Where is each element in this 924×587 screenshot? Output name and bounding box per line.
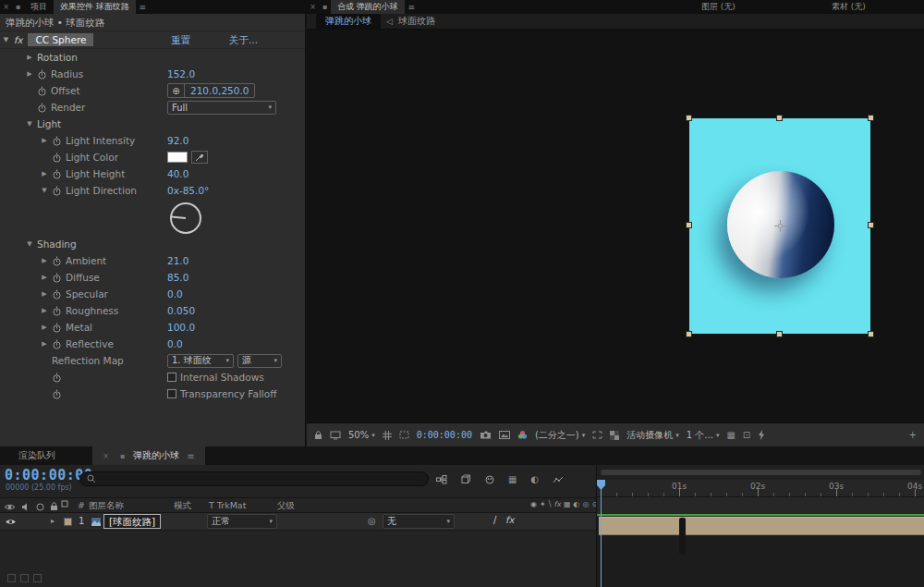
twirl-arrow-icon[interactable]: ▶: [39, 290, 50, 298]
layer-parent-select[interactable]: 无▾: [383, 514, 455, 529]
fast-preview-icon[interactable]: [758, 430, 765, 440]
frame-blend-icon[interactable]: ▦: [508, 475, 517, 484]
zoom-select[interactable]: 50%▾: [348, 430, 375, 440]
twirl-arrow-icon[interactable]: ▶: [39, 324, 50, 331]
panel-menu-icon[interactable]: ≡: [405, 0, 419, 14]
grid-guides-icon[interactable]: [383, 431, 392, 440]
fx-enable-icon[interactable]: fx: [14, 35, 22, 45]
anchor-point-icon[interactable]: [774, 220, 786, 232]
parent-pickwhip-icon[interactable]: ◎: [368, 516, 376, 526]
current-time-indicator-line[interactable]: [601, 480, 602, 587]
transparency-grid-icon[interactable]: [610, 431, 619, 440]
twirl-arrow-icon[interactable]: ▼: [24, 120, 35, 128]
twirl-arrow-icon[interactable]: ▼: [24, 240, 35, 248]
fx-header-icon[interactable]: fx: [553, 500, 561, 508]
light-direction-dial[interactable]: [0, 199, 305, 236]
stopwatch-icon[interactable]: [35, 69, 49, 79]
checkbox[interactable]: [167, 389, 176, 398]
layer-name[interactable]: [球面纹路]: [103, 514, 161, 529]
monitor-icon[interactable]: [330, 431, 341, 440]
view-layout-icon[interactable]: ▦: [726, 431, 735, 440]
layer-quality-icon[interactable]: /: [493, 515, 496, 525]
tab-composition[interactable]: 合成 弹跳的小球: [331, 0, 405, 14]
stopwatch-icon[interactable]: [35, 86, 49, 96]
selected-layer-bounds[interactable]: [689, 118, 870, 334]
property-value[interactable]: 0.050: [167, 305, 195, 316]
selection-handle[interactable]: [686, 331, 692, 337]
resolution-select[interactable]: (二分之一)▾: [535, 429, 585, 442]
twirl-down-icon[interactable]: ▼: [0, 36, 12, 43]
pixel-aspect-icon[interactable]: ⊡: [743, 431, 750, 440]
property-dropdown[interactable]: 源▾: [237, 354, 282, 368]
viewer-lock-icon[interactable]: [314, 431, 322, 440]
twirl-arrow-icon[interactable]: ▶: [39, 340, 50, 348]
crosshair-icon[interactable]: ⊕: [168, 84, 185, 97]
mask-visibility-icon[interactable]: [399, 431, 409, 439]
parent-header[interactable]: 父级: [277, 500, 295, 512]
panel-menu-icon[interactable]: ≡: [184, 451, 198, 461]
motion-blur-icon[interactable]: ◐: [530, 475, 539, 484]
region-of-interest-icon[interactable]: [592, 431, 602, 439]
timeline-track-area[interactable]: 01s02s03s04s: [596, 465, 924, 587]
stopwatch-icon[interactable]: [50, 136, 64, 146]
frame-blend-header-icon[interactable]: ▦: [564, 500, 571, 508]
stopwatch-icon[interactable]: [50, 373, 64, 383]
selection-handle[interactable]: [686, 115, 692, 121]
quality-header-icon[interactable]: \: [549, 500, 552, 508]
tab-effect-controls[interactable]: 效果控件 球面纹路: [54, 0, 136, 14]
close-icon[interactable]: ×: [307, 0, 319, 14]
draft-3d-icon[interactable]: [461, 474, 471, 484]
twirl-arrow-icon[interactable]: ▶: [24, 70, 35, 78]
stopwatch-icon[interactable]: [50, 306, 64, 316]
comp-nav-secondary-tab[interactable]: 球面纹路: [398, 15, 435, 28]
collapse-header-icon[interactable]: ✦: [540, 500, 546, 508]
viewer-timecode[interactable]: 0:00:00:00: [417, 430, 472, 440]
label-color-header-icon[interactable]: [61, 500, 68, 508]
layer-number-header[interactable]: #: [78, 500, 85, 510]
twirl-arrow-icon[interactable]: ▶: [39, 307, 50, 314]
stopwatch-icon[interactable]: [50, 273, 64, 283]
panel-menu-icon[interactable]: ≡: [136, 0, 150, 14]
time-navigator-bar[interactable]: [601, 470, 921, 475]
stopwatch-icon[interactable]: [50, 289, 64, 300]
twirl-arrow-icon[interactable]: ▶: [39, 137, 50, 144]
tab-layer[interactable]: 图层 (无): [695, 0, 742, 14]
close-icon[interactable]: ×: [0, 0, 12, 14]
trkmat-header[interactable]: T TrkMat: [209, 500, 246, 510]
comp-nav-active-tab[interactable]: 弹跳的小球: [316, 14, 381, 29]
twirl-arrow-icon[interactable]: ▼: [39, 187, 50, 194]
property-value[interactable]: 92.0: [167, 135, 188, 146]
layer-twirl-icon[interactable]: ▸: [51, 517, 55, 525]
motion-blur-header-icon[interactable]: ◐: [574, 500, 580, 508]
shy-header-icon[interactable]: ◉: [530, 500, 537, 508]
view-count-select[interactable]: 1 个...▾: [687, 429, 720, 442]
eyedropper-icon[interactable]: [191, 151, 208, 164]
stopwatch-icon[interactable]: [50, 186, 64, 196]
tab-render-queue[interactable]: 渲染队列: [13, 446, 61, 465]
twirl-arrow-icon[interactable]: ▶: [39, 170, 50, 177]
property-dropdown[interactable]: Full▾: [167, 101, 276, 115]
tab-project[interactable]: 项目: [24, 0, 54, 14]
checkbox[interactable]: [167, 373, 176, 382]
twirl-arrow-icon[interactable]: ▶: [24, 54, 35, 61]
selection-handle[interactable]: [868, 331, 874, 337]
tab-timeline-comp[interactable]: × ▪ 弹跳的小球 ≡: [92, 446, 205, 465]
snapshot-camera-icon[interactable]: [480, 431, 492, 439]
layer-label-color[interactable]: [64, 518, 72, 526]
expand-toggle-icon[interactable]: [20, 574, 29, 582]
camera-view-select[interactable]: 活动摄像机▾: [626, 429, 679, 442]
about-link[interactable]: 关于...: [229, 34, 258, 47]
search-input[interactable]: [79, 471, 429, 486]
twirl-arrow-icon[interactable]: ▶: [39, 257, 50, 264]
layer-mode-select[interactable]: 正常▾: [207, 514, 277, 529]
timeline-ruler[interactable]: 01s02s03s04s: [597, 480, 924, 497]
stopwatch-icon[interactable]: [50, 169, 64, 179]
property-value[interactable]: 85.0: [167, 272, 188, 283]
show-channel-icon[interactable]: [517, 430, 528, 440]
effect-name[interactable]: CC Sphere: [28, 33, 93, 46]
comp-viewer[interactable]: [307, 30, 924, 422]
graph-editor-icon[interactable]: [553, 475, 564, 484]
selection-handle[interactable]: [868, 222, 874, 228]
property-value[interactable]: 21.0: [167, 255, 188, 266]
layer-name-header[interactable]: 图层名称: [89, 500, 124, 512]
